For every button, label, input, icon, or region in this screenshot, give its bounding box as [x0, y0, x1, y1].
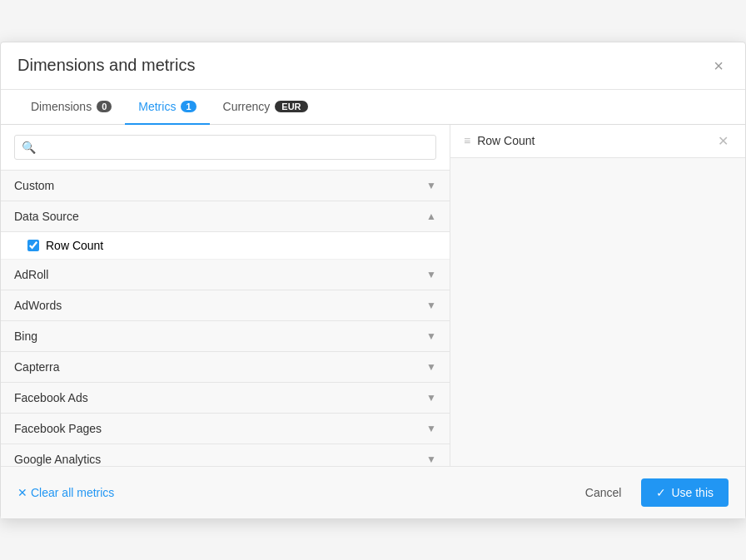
tab-currency-label: Currency — [223, 100, 271, 113]
search-bar: 🔍 — [1, 125, 450, 171]
category-list: Custom ▼ Data Source ▲ Row Count AdRoll … — [1, 171, 450, 466]
category-data-source[interactable]: Data Source ▲ — [1, 201, 450, 232]
selected-metric-label: Row Count — [477, 134, 708, 147]
tab-metrics[interactable]: Metrics 1 — [125, 90, 209, 125]
chevron-down-icon: ▼ — [426, 300, 436, 311]
chevron-down-icon: ▼ — [426, 180, 436, 191]
modal: Dimensions and metrics × Dimensions 0 Me… — [0, 42, 746, 519]
tab-dimensions-label: Dimensions — [31, 100, 92, 113]
chevron-down-icon: ▼ — [426, 392, 436, 404]
category-bing-label: Bing — [14, 330, 37, 343]
clear-all-button[interactable]: ✕ Clear all metrics — [17, 486, 114, 499]
row-count-label: Row Count — [46, 239, 103, 252]
category-capterra-label: Capterra — [14, 360, 59, 374]
tab-currency[interactable]: Currency EUR — [210, 90, 321, 125]
use-this-label: Use this — [671, 486, 714, 499]
clear-all-icon: ✕ — [17, 486, 27, 499]
cancel-button[interactable]: Cancel — [575, 479, 632, 506]
modal-body: 🔍 Custom ▼ Data Source ▲ Row Cou — [1, 125, 745, 466]
category-custom[interactable]: Custom ▼ — [1, 171, 450, 201]
remove-metric-button[interactable]: ✕ — [714, 133, 732, 149]
modal-footer: ✕ Clear all metrics Cancel ✓ Use this — [1, 466, 745, 518]
row-count-checkbox[interactable] — [27, 240, 39, 251]
drag-icon: ≡ — [464, 134, 470, 147]
close-button[interactable]: × — [709, 56, 729, 76]
chevron-down-icon: ▼ — [426, 330, 436, 342]
tab-metrics-badge: 1 — [181, 101, 196, 112]
chevron-down-icon: ▼ — [426, 269, 436, 280]
footer-actions: Cancel ✓ Use this — [575, 478, 729, 507]
tab-dimensions-badge: 0 — [97, 101, 112, 112]
chevron-down-icon: ▼ — [426, 453, 436, 465]
tab-metrics-label: Metrics — [138, 100, 176, 113]
selected-metric-item: ≡ Row Count ✕ — [450, 125, 745, 158]
category-google-analytics[interactable]: Google Analytics ▼ — [1, 444, 450, 466]
list-item: Row Count — [1, 232, 450, 260]
category-facebook-ads[interactable]: Facebook Ads ▼ — [1, 383, 450, 414]
category-google-analytics-label: Google Analytics — [14, 453, 101, 466]
category-adroll-label: AdRoll — [14, 268, 48, 281]
category-capterra[interactable]: Capterra ▼ — [1, 352, 450, 383]
chevron-down-icon: ▼ — [426, 361, 436, 373]
search-icon: 🔍 — [22, 141, 36, 154]
search-wrapper: 🔍 — [14, 135, 436, 160]
category-adroll[interactable]: AdRoll ▼ — [1, 260, 450, 290]
clear-all-label: Clear all metrics — [31, 486, 114, 499]
right-panel: ≡ Row Count ✕ — [450, 125, 745, 466]
category-bing[interactable]: Bing ▼ — [1, 321, 450, 352]
search-input[interactable] — [36, 136, 429, 159]
left-panel: 🔍 Custom ▼ Data Source ▲ Row Cou — [1, 125, 450, 466]
tab-currency-badge: EUR — [275, 101, 307, 112]
category-adwords-label: AdWords — [14, 299, 62, 312]
category-facebook-ads-label: Facebook Ads — [14, 391, 88, 404]
category-facebook-pages-label: Facebook Pages — [14, 422, 102, 435]
chevron-down-icon: ▼ — [426, 423, 436, 434]
category-adwords[interactable]: AdWords ▼ — [1, 290, 450, 321]
category-data-source-label: Data Source — [14, 210, 79, 223]
tab-bar: Dimensions 0 Metrics 1 Currency EUR — [1, 90, 745, 125]
category-custom-label: Custom — [14, 179, 54, 192]
modal-title: Dimensions and metrics — [17, 56, 195, 75]
check-icon: ✓ — [656, 486, 666, 499]
tab-dimensions[interactable]: Dimensions 0 — [17, 90, 125, 125]
modal-header: Dimensions and metrics × — [1, 42, 745, 90]
chevron-up-icon: ▲ — [426, 211, 436, 222]
use-this-button[interactable]: ✓ Use this — [641, 478, 729, 507]
category-facebook-pages[interactable]: Facebook Pages ▼ — [1, 414, 450, 444]
